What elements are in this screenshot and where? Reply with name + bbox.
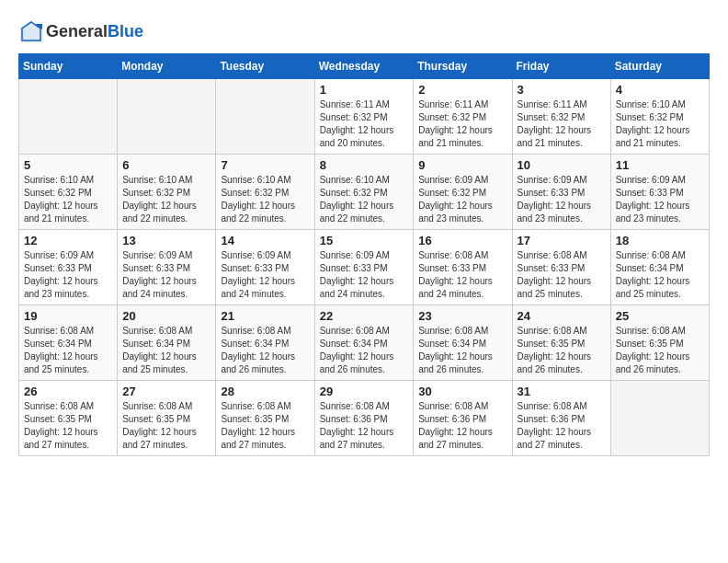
calendar-cell: 26Sunrise: 6:08 AM Sunset: 6:35 PM Dayli…	[19, 381, 118, 456]
day-info: Sunrise: 6:08 AM Sunset: 6:34 PM Dayligh…	[122, 325, 210, 376]
day-number: 23	[418, 309, 506, 323]
calendar-cell: 8Sunrise: 6:10 AM Sunset: 6:32 PM Daylig…	[314, 155, 414, 230]
day-number: 25	[616, 309, 704, 323]
calendar-week-row: 12Sunrise: 6:09 AM Sunset: 6:33 PM Dayli…	[19, 230, 710, 305]
day-number: 13	[122, 234, 210, 247]
calendar-cell: 24Sunrise: 6:08 AM Sunset: 6:35 PM Dayli…	[512, 305, 610, 381]
day-number: 9	[418, 158, 506, 172]
day-info: Sunrise: 6:11 AM Sunset: 6:32 PM Dayligh…	[518, 98, 606, 150]
weekday-header: Wednesday	[314, 54, 414, 79]
day-number: 18	[616, 234, 704, 247]
calendar-cell: 15Sunrise: 6:09 AM Sunset: 6:33 PM Dayli…	[314, 230, 414, 305]
day-number: 24	[518, 309, 606, 323]
day-info: Sunrise: 6:09 AM Sunset: 6:33 PM Dayligh…	[24, 249, 112, 301]
day-number: 7	[221, 158, 309, 172]
weekday-header: Sunday	[19, 54, 118, 79]
calendar-cell: 5Sunrise: 6:10 AM Sunset: 6:32 PM Daylig…	[19, 155, 118, 230]
day-number: 26	[24, 385, 112, 398]
calendar-cell: 19Sunrise: 6:08 AM Sunset: 6:34 PM Dayli…	[19, 305, 118, 381]
day-number: 1	[320, 83, 409, 97]
calendar-table: SundayMondayTuesdayWednesdayThursdayFrid…	[18, 53, 710, 456]
day-info: Sunrise: 6:10 AM Sunset: 6:32 PM Dayligh…	[221, 174, 309, 225]
day-number: 4	[616, 83, 704, 97]
weekday-header: Saturday	[610, 54, 709, 79]
day-info: Sunrise: 6:09 AM Sunset: 6:33 PM Dayligh…	[616, 174, 704, 225]
day-info: Sunrise: 6:08 AM Sunset: 6:34 PM Dayligh…	[320, 325, 409, 376]
day-info: Sunrise: 6:10 AM Sunset: 6:32 PM Dayligh…	[122, 174, 210, 225]
calendar-cell: 14Sunrise: 6:09 AM Sunset: 6:33 PM Dayli…	[216, 230, 314, 305]
day-number: 21	[221, 309, 309, 323]
day-info: Sunrise: 6:08 AM Sunset: 6:34 PM Dayligh…	[221, 325, 309, 376]
day-info: Sunrise: 6:08 AM Sunset: 6:33 PM Dayligh…	[518, 249, 606, 301]
calendar-cell	[118, 79, 216, 155]
day-number: 20	[122, 309, 210, 323]
day-number: 28	[221, 385, 309, 398]
day-info: Sunrise: 6:08 AM Sunset: 6:35 PM Dayligh…	[221, 400, 309, 452]
day-number: 2	[418, 83, 506, 97]
calendar-cell: 20Sunrise: 6:08 AM Sunset: 6:34 PM Dayli…	[118, 305, 216, 381]
calendar-cell: 12Sunrise: 6:09 AM Sunset: 6:33 PM Dayli…	[19, 230, 118, 305]
weekday-header: Monday	[118, 54, 216, 79]
day-info: Sunrise: 6:08 AM Sunset: 6:35 PM Dayligh…	[518, 325, 606, 376]
weekday-header: Friday	[512, 54, 610, 79]
day-number: 11	[616, 158, 704, 172]
calendar-cell: 4Sunrise: 6:10 AM Sunset: 6:32 PM Daylig…	[610, 79, 709, 155]
day-info: Sunrise: 6:08 AM Sunset: 6:35 PM Dayligh…	[616, 325, 704, 376]
day-number: 5	[24, 158, 112, 172]
day-number: 31	[518, 385, 606, 398]
day-info: Sunrise: 6:08 AM Sunset: 6:36 PM Dayligh…	[320, 400, 409, 452]
day-info: Sunrise: 6:08 AM Sunset: 6:36 PM Dayligh…	[418, 400, 506, 452]
day-info: Sunrise: 6:08 AM Sunset: 6:34 PM Dayligh…	[616, 249, 704, 301]
day-info: Sunrise: 6:08 AM Sunset: 6:35 PM Dayligh…	[122, 400, 210, 452]
day-info: Sunrise: 6:09 AM Sunset: 6:33 PM Dayligh…	[320, 249, 409, 301]
calendar-cell: 30Sunrise: 6:08 AM Sunset: 6:36 PM Dayli…	[414, 381, 512, 456]
calendar-cell: 16Sunrise: 6:08 AM Sunset: 6:33 PM Dayli…	[414, 230, 512, 305]
day-number: 8	[320, 158, 409, 172]
calendar-cell: 31Sunrise: 6:08 AM Sunset: 6:36 PM Dayli…	[512, 381, 610, 456]
day-number: 27	[122, 385, 210, 398]
logo-icon	[18, 18, 44, 44]
day-number: 15	[320, 234, 409, 247]
calendar-week-row: 19Sunrise: 6:08 AM Sunset: 6:34 PM Dayli…	[19, 305, 710, 381]
calendar-cell: 27Sunrise: 6:08 AM Sunset: 6:35 PM Dayli…	[118, 381, 216, 456]
day-info: Sunrise: 6:09 AM Sunset: 6:33 PM Dayligh…	[122, 249, 210, 301]
calendar-cell: 23Sunrise: 6:08 AM Sunset: 6:34 PM Dayli…	[414, 305, 512, 381]
calendar-week-row: 1Sunrise: 6:11 AM Sunset: 6:32 PM Daylig…	[19, 79, 710, 155]
calendar-cell: 1Sunrise: 6:11 AM Sunset: 6:32 PM Daylig…	[314, 79, 414, 155]
day-info: Sunrise: 6:11 AM Sunset: 6:32 PM Dayligh…	[320, 98, 409, 150]
day-number: 17	[518, 234, 606, 247]
calendar-cell: 25Sunrise: 6:08 AM Sunset: 6:35 PM Dayli…	[610, 305, 709, 381]
calendar-week-row: 26Sunrise: 6:08 AM Sunset: 6:35 PM Dayli…	[19, 381, 710, 456]
calendar-cell	[19, 79, 118, 155]
day-number: 10	[518, 158, 606, 172]
day-info: Sunrise: 6:10 AM Sunset: 6:32 PM Dayligh…	[320, 174, 409, 225]
day-number: 16	[418, 234, 506, 247]
calendar-cell: 22Sunrise: 6:08 AM Sunset: 6:34 PM Dayli…	[314, 305, 414, 381]
calendar-cell: 2Sunrise: 6:11 AM Sunset: 6:32 PM Daylig…	[414, 79, 512, 155]
day-number: 3	[518, 83, 606, 97]
day-number: 30	[418, 385, 506, 398]
calendar-cell: 29Sunrise: 6:08 AM Sunset: 6:36 PM Dayli…	[314, 381, 414, 456]
logo-general: General	[46, 22, 108, 40]
calendar-cell: 28Sunrise: 6:08 AM Sunset: 6:35 PM Dayli…	[216, 381, 314, 456]
calendar-cell: 13Sunrise: 6:09 AM Sunset: 6:33 PM Dayli…	[118, 230, 216, 305]
calendar-cell: 9Sunrise: 6:09 AM Sunset: 6:32 PM Daylig…	[414, 155, 512, 230]
day-number: 12	[24, 234, 112, 247]
day-info: Sunrise: 6:08 AM Sunset: 6:34 PM Dayligh…	[418, 325, 506, 376]
day-info: Sunrise: 6:09 AM Sunset: 6:32 PM Dayligh…	[418, 174, 506, 225]
day-info: Sunrise: 6:08 AM Sunset: 6:33 PM Dayligh…	[418, 249, 506, 301]
day-number: 22	[320, 309, 409, 323]
day-info: Sunrise: 6:09 AM Sunset: 6:33 PM Dayligh…	[221, 249, 309, 301]
calendar-cell: 17Sunrise: 6:08 AM Sunset: 6:33 PM Dayli…	[512, 230, 610, 305]
calendar-cell: 11Sunrise: 6:09 AM Sunset: 6:33 PM Dayli…	[610, 155, 709, 230]
day-number: 14	[221, 234, 309, 247]
calendar-cell: 21Sunrise: 6:08 AM Sunset: 6:34 PM Dayli…	[216, 305, 314, 381]
svg-marker-0	[20, 20, 42, 42]
calendar-cell: 7Sunrise: 6:10 AM Sunset: 6:32 PM Daylig…	[216, 155, 314, 230]
weekday-header: Tuesday	[216, 54, 314, 79]
day-number: 29	[320, 385, 409, 398]
calendar-cell	[216, 79, 314, 155]
logo: GeneralBlue	[18, 18, 143, 44]
calendar-cell: 6Sunrise: 6:10 AM Sunset: 6:32 PM Daylig…	[118, 155, 216, 230]
page-header: GeneralBlue	[18, 18, 710, 44]
